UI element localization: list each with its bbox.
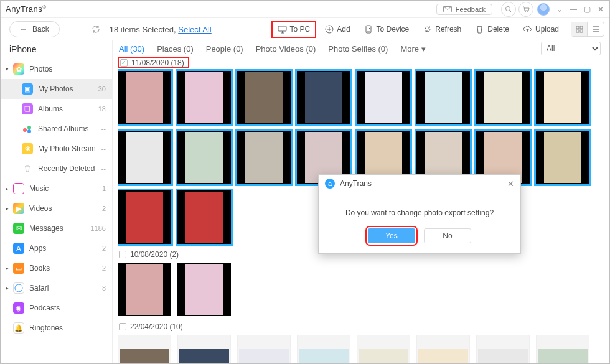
- back-button[interactable]: ← Back: [9, 21, 60, 37]
- selection-info: 18 items Selected, Select All: [110, 25, 212, 34]
- sidebar-item-shared-albums[interactable]: Shared Albums --: [1, 119, 112, 139]
- dialog-title: AnyTrans: [340, 179, 372, 188]
- avatar[interactable]: [537, 3, 550, 16]
- tab-more[interactable]: More ▾: [400, 44, 425, 54]
- sidebar-item-ringtones[interactable]: 🔔 Ringtones: [1, 318, 112, 338]
- refresh-icon: [423, 25, 432, 34]
- tab-people[interactable]: People (0): [206, 44, 243, 54]
- sidebar-item-music[interactable]: ▸ ♪ Music 1: [1, 179, 112, 198]
- thumbnail-grid: [118, 335, 603, 364]
- feedback-button[interactable]: Feedback: [436, 4, 492, 15]
- checkbox[interactable]: [119, 251, 126, 258]
- no-button[interactable]: No: [424, 228, 471, 243]
- sidebar: iPhone ▾ ✿ Photos ▣ My Photos 30 ❏ Album…: [1, 40, 113, 364]
- view-toggle: [571, 22, 604, 37]
- photo-thumbnail[interactable]: [536, 131, 589, 184]
- photo-thumbnail[interactable]: [357, 335, 410, 364]
- photo-thumbnail[interactable]: [476, 335, 530, 364]
- photo-thumbnail[interactable]: [536, 335, 589, 364]
- photo-thumbnail[interactable]: [297, 71, 350, 124]
- sidebar-item-albums[interactable]: ❏ Albums 18: [1, 99, 112, 119]
- sidebar-item-photo-stream[interactable]: ❀ My Photo Stream --: [1, 139, 112, 159]
- dialog-buttons: Yes No: [319, 228, 520, 253]
- sidebar-item-videos[interactable]: ▸ ▶ Videos 2: [1, 198, 112, 218]
- select-all-link[interactable]: Select All: [178, 25, 211, 34]
- photo-thumbnail[interactable]: [357, 71, 410, 124]
- add-button[interactable]: Add: [319, 22, 355, 37]
- photo-thumbnail[interactable]: [416, 71, 470, 124]
- trash-icon: [22, 163, 33, 174]
- photo-thumbnail[interactable]: [237, 131, 291, 184]
- photo-tabs: All (30) Places (0) People (0) Photo Vid…: [113, 40, 609, 57]
- grid-view-icon[interactable]: [571, 22, 588, 36]
- date-group-header[interactable]: ✓11/08/2020 (18): [118, 57, 189, 68]
- svg-rect-5: [278, 26, 286, 31]
- photo-thumbnail[interactable]: [476, 71, 530, 124]
- checkbox[interactable]: ✓: [120, 59, 128, 67]
- dialog-close-icon[interactable]: ✕: [507, 179, 514, 189]
- tab-places[interactable]: Places (0): [157, 44, 194, 54]
- photo-thumbnail[interactable]: [177, 263, 231, 316]
- svg-rect-13: [576, 26, 579, 29]
- sidebar-item-books[interactable]: ▸ ▭ Books 2: [1, 258, 112, 278]
- yes-button[interactable]: Yes: [368, 228, 415, 243]
- photo-thumbnail[interactable]: [177, 335, 231, 364]
- tab-all[interactable]: All (30): [119, 44, 144, 54]
- drop-icon[interactable]: ⌄: [556, 5, 563, 14]
- upload-button[interactable]: Upload: [517, 22, 565, 37]
- svg-rect-15: [576, 30, 579, 32]
- trash-icon: [475, 25, 484, 34]
- maximize-icon[interactable]: ▢: [583, 5, 591, 14]
- list-view-icon[interactable]: [588, 22, 604, 36]
- search-icon[interactable]: [501, 2, 516, 17]
- photo-thumbnail[interactable]: [297, 335, 350, 364]
- sidebar-item-photos[interactable]: ▾ ✿ Photos: [1, 59, 112, 79]
- mail-icon: [443, 6, 452, 12]
- apps-icon: A: [13, 243, 24, 254]
- sidebar-item-safari[interactable]: ▸ Safari 8: [1, 278, 112, 298]
- photo-thumbnail[interactable]: [118, 131, 171, 184]
- sidebar-item-podcasts[interactable]: ◉ Podcasts --: [1, 298, 112, 318]
- sidebar-item-apps[interactable]: A Apps 2: [1, 238, 112, 258]
- photo-thumbnail[interactable]: [177, 71, 231, 124]
- photo-thumbnail[interactable]: [118, 71, 171, 124]
- action-tools: To PC Add To Device Refresh Delete Uploa…: [271, 21, 565, 38]
- videos-icon: ▶: [13, 203, 24, 214]
- sidebar-item-my-photos[interactable]: ▣ My Photos 30: [1, 79, 112, 99]
- photo-thumbnail[interactable]: [237, 335, 291, 364]
- sidebar-item-messages[interactable]: ✉ Messages 1186: [1, 218, 112, 238]
- books-icon: ▭: [13, 263, 24, 274]
- checkbox[interactable]: [119, 323, 126, 330]
- window-controls: ⌄ — ▢ ✕: [556, 5, 604, 14]
- flower-icon: ❀: [22, 143, 33, 154]
- caret-down-icon: ▾: [421, 44, 426, 54]
- to-device-button[interactable]: To Device: [359, 22, 415, 37]
- photo-thumbnail[interactable]: [177, 131, 231, 184]
- photo-thumbnail[interactable]: [118, 190, 171, 244]
- chevron-right-icon: ▸: [6, 185, 12, 192]
- photo-thumbnail[interactable]: [118, 335, 171, 364]
- svg-point-1: [506, 6, 510, 11]
- filter-dropdown[interactable]: All: [541, 42, 601, 55]
- photo-thumbnail[interactable]: [416, 335, 470, 364]
- sync-icon[interactable]: [91, 24, 101, 34]
- date-group-header[interactable]: 22/04/2020 (10): [118, 321, 603, 335]
- photo-thumbnail[interactable]: [118, 263, 171, 316]
- svg-rect-14: [580, 26, 583, 29]
- tab-photo-selfies[interactable]: Photo Selfies (0): [328, 44, 388, 54]
- photo-thumbnail[interactable]: [237, 71, 291, 124]
- refresh-button[interactable]: Refresh: [417, 22, 467, 37]
- tab-photo-videos[interactable]: Photo Videos (0): [256, 44, 316, 54]
- photo-thumbnail[interactable]: [536, 71, 589, 124]
- sidebar-item-recently-deleted[interactable]: Recently Deleted --: [1, 159, 112, 179]
- svg-point-4: [527, 11, 528, 12]
- shared-icon: [22, 123, 33, 134]
- minimize-icon[interactable]: —: [570, 5, 577, 14]
- export-setting-dialog: a AnyTrans ✕ Do you want to change photo…: [318, 174, 521, 254]
- to-pc-button[interactable]: To PC: [271, 21, 317, 38]
- close-icon[interactable]: ✕: [597, 5, 604, 14]
- photo-thumbnail[interactable]: [177, 190, 231, 244]
- chevron-right-icon: ▸: [6, 265, 12, 271]
- delete-button[interactable]: Delete: [469, 22, 515, 37]
- cart-icon[interactable]: [518, 2, 533, 17]
